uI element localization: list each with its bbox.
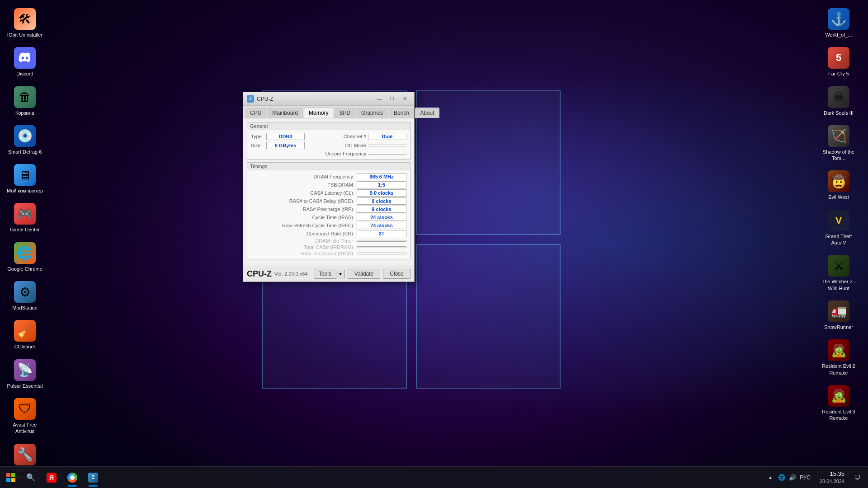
desktop-icon-smartdefrag[interactable]: 💿 Smart Defrag 6 xyxy=(5,122,45,159)
type-label: Type xyxy=(251,134,264,139)
tab-spd[interactable]: SPD xyxy=(334,108,355,118)
cpuz-logo: CPU-Z xyxy=(247,269,272,279)
iobit-label: IObit Uninstaller xyxy=(7,32,42,38)
desktop-icons-left: 🛠 IObit Uninstaller Discord 🗑 Корзина 💿 … xyxy=(0,0,54,488)
desktop-icon-world[interactable]: ⚓ World_of_... xyxy=(818,5,859,42)
start-button[interactable] xyxy=(0,467,22,488)
cpuz-titlebar: Z CPU-Z — ☐ ✕ xyxy=(243,92,414,106)
desktop-icon-avast[interactable]: 🛡 Avast Free Antivirus xyxy=(5,394,45,438)
desktop-icon-gamecenter[interactable]: 🎮 Game Center xyxy=(5,199,45,236)
desktop-icon-farcry[interactable]: 5 Far Cry 5 xyxy=(818,43,859,80)
taskbar: 🔍 Я Z ▲ 🌐 🔊 РУС 15:35 28.04.2024 🗨 xyxy=(0,466,868,488)
ccleaner-icon: 🧹 xyxy=(14,320,36,342)
tab-about[interactable]: About xyxy=(415,108,439,118)
cr-value: 2T xyxy=(357,230,406,237)
cr-row: Command Rate (CR) 2T xyxy=(251,230,406,237)
desktop-icon-modstation[interactable]: ⚙ ModStation xyxy=(5,277,45,314)
desktop-icon-discord[interactable]: Discord xyxy=(5,43,45,80)
tools-button[interactable]: Tools xyxy=(314,269,336,279)
volume-icon[interactable]: 🔊 xyxy=(789,474,796,481)
uncore-value xyxy=(368,153,406,155)
desktop-icon-ccleaner[interactable]: 🧹 CCleaner xyxy=(5,316,45,353)
close-button[interactable]: ✕ xyxy=(399,94,410,103)
idle-row: DRAM Idle Timer xyxy=(251,238,406,244)
desktop-icon-evilwest[interactable]: 🤠 Evil West xyxy=(818,167,859,204)
desktop-icon-iobit[interactable]: 🛠 IObit Uninstaller xyxy=(5,5,45,42)
ras-row: Cycle Time (tRAS) 24 clocks xyxy=(251,214,406,221)
taskbar-cpuz[interactable]: Z xyxy=(83,468,103,488)
desktop-icon-chrome[interactable]: 🌐 Google Chrome xyxy=(5,239,45,276)
taskbar-chrome[interactable] xyxy=(62,468,82,488)
general-section: General Type DDR3 Channel # Dual xyxy=(247,122,410,160)
pulsar-icon: 📡 xyxy=(14,359,36,381)
channel-value: Dual xyxy=(368,133,406,140)
search-button[interactable]: 🔍 xyxy=(22,469,40,487)
desktop-icon-recycle[interactable]: 🗑 Корзина xyxy=(5,83,45,120)
desktop-icon-re3[interactable]: 🧟 Resident Evil 3 Remake xyxy=(818,381,859,425)
channel-label: Channel # xyxy=(344,134,366,139)
dcmode-field: DC Mode xyxy=(345,142,406,149)
start-icon xyxy=(6,473,15,482)
recycle-label: Корзина xyxy=(15,110,34,116)
row-col-row: Row To Column (tRCD) xyxy=(251,251,406,256)
close-dialog-button[interactable]: Close xyxy=(383,269,410,279)
desktop-icon-snowrunner[interactable]: 🚛 SnowRunner xyxy=(818,297,859,334)
desktop-icon-pulsar[interactable]: 📡 Pulsar Essential xyxy=(5,356,45,393)
minimize-button[interactable]: — xyxy=(373,94,385,103)
rfc-row: Row Refresh Cycle Time (tRFC) 74 clocks xyxy=(251,222,406,229)
time-display: 15:35 xyxy=(820,470,844,478)
re2-icon: 🧟 xyxy=(828,339,849,361)
tab-mainboard[interactable]: Mainboard xyxy=(267,108,303,118)
timings-section-title: Timings xyxy=(247,163,410,170)
validate-button[interactable]: Validate xyxy=(348,269,380,279)
taskbar-yandex[interactable]: Я xyxy=(42,468,61,488)
re3-label: Resident Evil 3 Remake xyxy=(820,408,857,422)
timings-fields: DRAM Frequency 665.6 MHz FSB:DRAM 1:5 CA… xyxy=(247,170,410,259)
avast-icon: 🛡 xyxy=(14,398,36,420)
cpuz-title-icon: Z xyxy=(247,95,254,103)
total-cas-row: Total CAS# (tRDRAM) xyxy=(251,244,406,250)
desktop-icon-mycomputer[interactable]: 🖥 Мой компьютер xyxy=(5,160,45,197)
chrome-icon: 🌐 xyxy=(14,242,36,264)
tools-dropdown-arrow[interactable]: ▼ xyxy=(336,270,345,278)
cpuz-title-text: CPU-Z xyxy=(257,96,373,102)
mycomputer-icon: 🖥 xyxy=(14,164,36,186)
total-cas-label: Total CAS# (tRDRAM) xyxy=(251,244,357,250)
cas-label: CAS# Latency (CL) xyxy=(251,190,357,196)
tab-cpu[interactable]: CPU xyxy=(245,108,266,118)
tab-graphics[interactable]: Graphics xyxy=(356,108,388,118)
rcd-row: RAS# to CAS# Delay (tRCD) 9 clocks xyxy=(251,197,406,205)
desktop-icon-witcher[interactable]: ⚔ The Witcher 3 - Wild Hunt xyxy=(818,251,859,295)
desktop-icon-shadow[interactable]: 🏹 Shadow of the Tom... xyxy=(818,122,859,165)
desktop-icon-gta[interactable]: V Grand Theft Auto V xyxy=(818,206,859,250)
tray-chevron[interactable]: ▲ xyxy=(768,475,773,480)
dram-freq-label: DRAM Frequency xyxy=(251,174,357,179)
desktop-background xyxy=(0,0,868,488)
fsb-dram-row: FSB:DRAM 1:5 xyxy=(251,181,406,188)
cpuz-memory-content: General Type DDR3 Channel # Dual xyxy=(243,118,414,266)
language-indicator[interactable]: РУС xyxy=(800,474,811,481)
mycomputer-label: Мой компьютер xyxy=(7,188,43,194)
gamecenter-label: Game Center xyxy=(10,226,40,233)
general-row-size-dc: Size 8 GBytes DC Mode xyxy=(251,142,406,149)
cpuz-window: Z CPU-Z — ☐ ✕ CPU Mainboard Memory SPD G… xyxy=(243,92,415,282)
evilwest-label: Evil West xyxy=(828,194,849,200)
tab-memory[interactable]: Memory xyxy=(304,108,333,118)
gamecenter-icon: 🎮 xyxy=(14,203,36,225)
restore-button[interactable]: ☐ xyxy=(386,94,398,103)
iobit-icon: 🛠 xyxy=(14,8,36,30)
evilwest-icon: 🤠 xyxy=(828,170,849,192)
clock[interactable]: 15:35 28.04.2024 xyxy=(816,470,848,485)
row-col-label: Row To Column (tRCD) xyxy=(251,251,357,256)
rp-label: RAS# Precharge (tRP) xyxy=(251,206,357,212)
notification-button[interactable]: 🗨 xyxy=(850,468,864,488)
avast-label: Avast Free Antivirus xyxy=(6,422,43,435)
tab-bench[interactable]: Bench xyxy=(389,108,414,118)
svg-rect-0 xyxy=(6,473,10,477)
size-field: Size 8 GBytes xyxy=(251,142,305,149)
desktop-icon-re2[interactable]: 🧟 Resident Evil 2 Remake xyxy=(818,336,859,380)
desktop-icon-darksouls[interactable]: ☠ Dark Souls III xyxy=(818,83,859,120)
gta-label: Grand Theft Auto V xyxy=(820,233,857,246)
network-icon[interactable]: 🌐 xyxy=(778,474,785,481)
farcry-icon: 5 xyxy=(828,47,849,69)
